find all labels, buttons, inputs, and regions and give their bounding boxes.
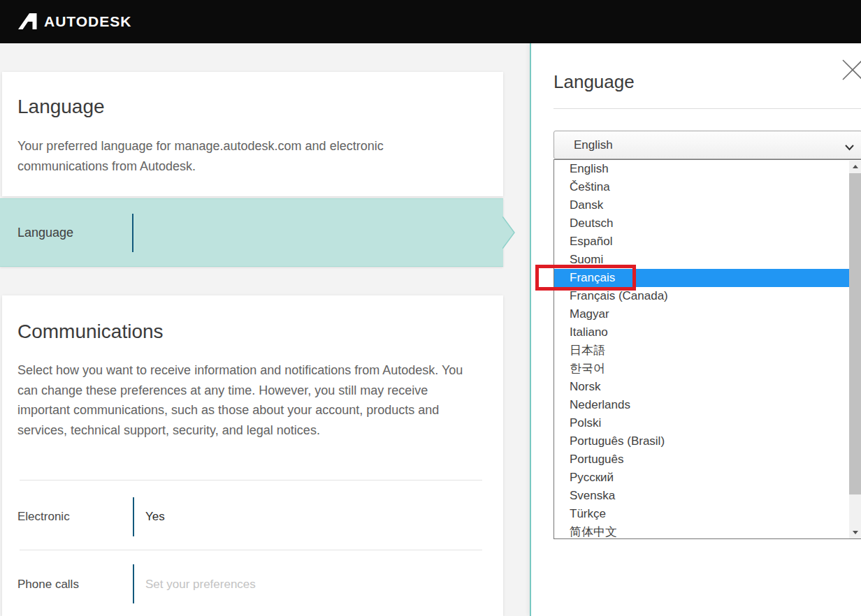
option-Svenska[interactable]: Svenska bbox=[554, 487, 849, 505]
option-Čeština[interactable]: Čeština bbox=[554, 178, 849, 196]
option-Português (Brasil)[interactable]: Português (Brasil) bbox=[554, 432, 849, 450]
app-header: AUTODESK bbox=[0, 0, 861, 43]
option-Русский[interactable]: Русский bbox=[554, 469, 849, 487]
communications-section-card: Communications Select how you want to re… bbox=[2, 295, 503, 616]
language-section-title: Language bbox=[17, 95, 105, 119]
selected-row-arrow-icon bbox=[502, 217, 516, 251]
option-Deutsch[interactable]: Deutsch bbox=[554, 214, 849, 233]
annotation-highlight-box bbox=[535, 265, 636, 291]
language-setting-row[interactable]: Language bbox=[0, 198, 503, 267]
language-flyout-panel: Language English EnglishČeštinaDanskDeut… bbox=[530, 43, 861, 616]
option-English[interactable]: English bbox=[554, 160, 849, 178]
listbox-scrollbar[interactable] bbox=[849, 161, 861, 538]
flyout-title-divider bbox=[554, 108, 861, 109]
option-Español[interactable]: Español bbox=[554, 233, 849, 251]
option-한국어[interactable]: 한국어 bbox=[554, 360, 849, 378]
language-row-label: Language bbox=[17, 226, 73, 240]
close-panel-button[interactable] bbox=[841, 59, 861, 81]
row-divider-line bbox=[133, 497, 134, 536]
option-Polski[interactable]: Polski bbox=[554, 414, 849, 432]
triangle-up-icon bbox=[853, 165, 858, 168]
autodesk-logo[interactable]: AUTODESK bbox=[17, 13, 131, 30]
scrollbar-thumb[interactable] bbox=[849, 173, 861, 494]
chevron-down-icon bbox=[844, 141, 855, 154]
row-separator bbox=[20, 550, 482, 550]
option-Dansk[interactable]: Dansk bbox=[554, 196, 849, 214]
option-Türkçe[interactable]: Türkçe bbox=[554, 505, 849, 523]
option-日本語[interactable]: 日本語 bbox=[554, 342, 849, 360]
option-Nederlands[interactable]: Nederlands bbox=[554, 396, 849, 414]
option-Português[interactable]: Português bbox=[554, 450, 849, 469]
electronic-row-value[interactable]: Yes bbox=[145, 510, 165, 524]
flyout-title: Language bbox=[554, 71, 635, 93]
language-select[interactable]: English bbox=[554, 131, 861, 159]
language-listbox[interactable]: EnglishČeštinaDanskDeutschEspañolSuomiFr… bbox=[554, 159, 861, 539]
row-divider-line bbox=[133, 564, 134, 603]
communications-section-title: Communications bbox=[17, 320, 164, 344]
option-Magyar[interactable]: Magyar bbox=[554, 305, 849, 323]
option-Italiano[interactable]: Italiano bbox=[554, 323, 849, 342]
triangle-down-icon bbox=[853, 531, 858, 534]
communications-section-description: Select how you want to receive informati… bbox=[17, 360, 479, 440]
language-select-value: English bbox=[574, 138, 613, 152]
phone-calls-row-label: Phone calls bbox=[17, 578, 79, 592]
scroll-down-button[interactable] bbox=[849, 527, 861, 538]
scroll-up-button[interactable] bbox=[849, 161, 861, 173]
phone-calls-row-placeholder[interactable]: Set your preferences bbox=[145, 578, 256, 592]
electronic-row-label: Electronic bbox=[17, 510, 70, 524]
row-divider-line bbox=[132, 214, 133, 252]
option-简体中文[interactable]: 简体中文 bbox=[554, 523, 849, 539]
brand-name: AUTODESK bbox=[44, 13, 131, 30]
autodesk-logo-icon bbox=[17, 13, 37, 30]
option-Norsk[interactable]: Norsk bbox=[554, 378, 849, 396]
language-section-card: Language Your preferred language for man… bbox=[2, 72, 503, 196]
row-separator bbox=[20, 480, 482, 481]
language-section-description: Your preferred language for manage.autod… bbox=[17, 136, 465, 176]
